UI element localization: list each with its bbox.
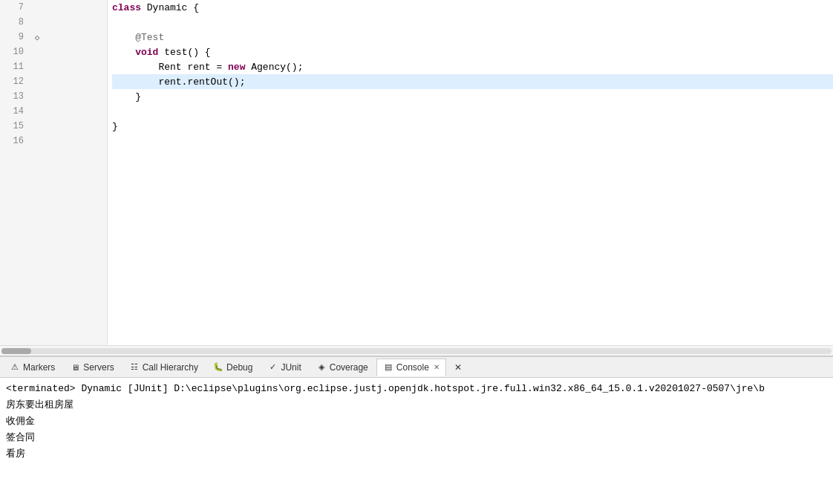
tab-coverage[interactable]: ◈Coverage	[310, 359, 375, 376]
code-token: Dynamic {	[147, 2, 199, 13]
code-token: new	[228, 62, 245, 73]
tab-close[interactable]: ✕	[448, 359, 468, 376]
console-content: <terminated> Dynamic [JUnit] D:\eclipse\…	[0, 378, 833, 504]
line-number: 13	[0, 91, 30, 102]
code-line[interactable]: void test() {	[112, 45, 833, 59]
console-output-line: 房东要出租房屋	[6, 397, 827, 413]
console-output-line: 签合同	[6, 430, 827, 446]
code-token	[112, 47, 135, 58]
gutter-row: 10	[0, 45, 107, 59]
tab-console[interactable]: ▤Console✕	[376, 359, 446, 376]
gutter-row: 13	[0, 89, 107, 104]
gutter-row: 8	[0, 15, 107, 30]
code-line[interactable]: }	[112, 119, 833, 134]
code-token: @Test	[112, 32, 164, 43]
code-token: class	[112, 2, 147, 13]
line-number: 10	[0, 47, 30, 57]
code-token: Rent rent =	[112, 62, 228, 73]
gutter-row: 12	[0, 74, 107, 89]
scroll-track[interactable]	[1, 348, 832, 354]
bottom-panel: ⚠Markers🖥Servers☷Call Hierarchy🐛Debug✓JU…	[0, 356, 833, 504]
tab-debug[interactable]: 🐛Debug	[206, 359, 259, 376]
line-number: 9	[0, 32, 30, 42]
code-token: test() {	[158, 47, 210, 58]
tab-label: Console	[396, 362, 429, 373]
line-number: 12	[0, 76, 30, 87]
tab-label: Debug	[226, 362, 252, 373]
line-number: 11	[0, 62, 30, 72]
code-token: }	[112, 121, 118, 132]
line-marker: ◇	[30, 33, 45, 42]
gutter-row: 15	[0, 119, 107, 134]
line-numbers: 789◇10111213141516	[0, 0, 107, 148]
coverage-icon: ◈	[316, 362, 327, 373]
line-number: 8	[0, 17, 30, 27]
code-token: rent.rentOut();	[112, 76, 245, 88]
console-output-line: 看房	[6, 446, 827, 462]
servers-icon: 🖥	[70, 362, 80, 373]
gutter-row: 7	[0, 0, 107, 15]
tab-junit[interactable]: ✓JUnit	[261, 359, 307, 376]
markers-icon: ⚠	[10, 362, 20, 373]
junit-icon: ✓	[267, 362, 278, 373]
code-token: void	[135, 47, 158, 58]
tabs-bar: ⚠Markers🖥Servers☷Call Hierarchy🐛Debug✓JU…	[0, 357, 833, 378]
code-token: Agency();	[245, 62, 303, 73]
gutter-row: 16	[0, 134, 107, 148]
debug-icon: 🐛	[213, 362, 223, 373]
line-number: 7	[0, 2, 30, 13]
code-line[interactable]	[112, 104, 833, 119]
code-line[interactable]: class Dynamic {	[112, 0, 833, 15]
code-line[interactable]	[112, 15, 833, 30]
editor-area: 789◇10111213141516 class Dynamic { @Test…	[0, 0, 833, 356]
tab-label: JUnit	[281, 362, 301, 373]
code-container: 789◇10111213141516 class Dynamic { @Test…	[0, 0, 833, 345]
console-terminated-line: <terminated> Dynamic [JUnit] D:\eclipse\…	[6, 381, 827, 397]
line-gutter: 789◇10111213141516	[0, 0, 108, 345]
code-token: }	[112, 91, 141, 102]
code-lines[interactable]: class Dynamic { @Test void test() { Rent…	[108, 0, 833, 345]
call-hierarchy-icon: ☷	[129, 362, 140, 373]
tab-label: Servers	[83, 362, 114, 373]
line-number: 16	[0, 136, 30, 146]
tab-close-button[interactable]: ✕	[434, 363, 440, 371]
console-output-line: 收佣金	[6, 413, 827, 430]
tab-servers[interactable]: 🖥Servers	[63, 359, 120, 376]
line-number: 14	[0, 106, 30, 117]
editor-scrollbar[interactable]	[0, 345, 833, 356]
tab-label: Markers	[23, 362, 55, 373]
tab-call-hierarchy[interactable]: ☷Call Hierarchy	[122, 359, 205, 376]
gutter-row: 11	[0, 59, 107, 74]
code-line[interactable]: @Test	[112, 30, 833, 45]
code-line[interactable]: rent.rentOut();	[112, 74, 833, 89]
scroll-thumb[interactable]	[1, 348, 31, 354]
code-line[interactable]: Rent rent = new Agency();	[112, 59, 833, 74]
line-number: 15	[0, 121, 30, 131]
code-line[interactable]	[112, 134, 833, 148]
console-icon: ▤	[383, 362, 393, 373]
tab-label: Coverage	[330, 362, 368, 373]
gutter-row: 14	[0, 104, 107, 119]
tab-label: Call Hierarchy	[143, 362, 198, 373]
code-line[interactable]: }	[112, 89, 833, 104]
tab-markers[interactable]: ⚠Markers	[3, 359, 62, 376]
gutter-row: 9◇	[0, 30, 107, 45]
